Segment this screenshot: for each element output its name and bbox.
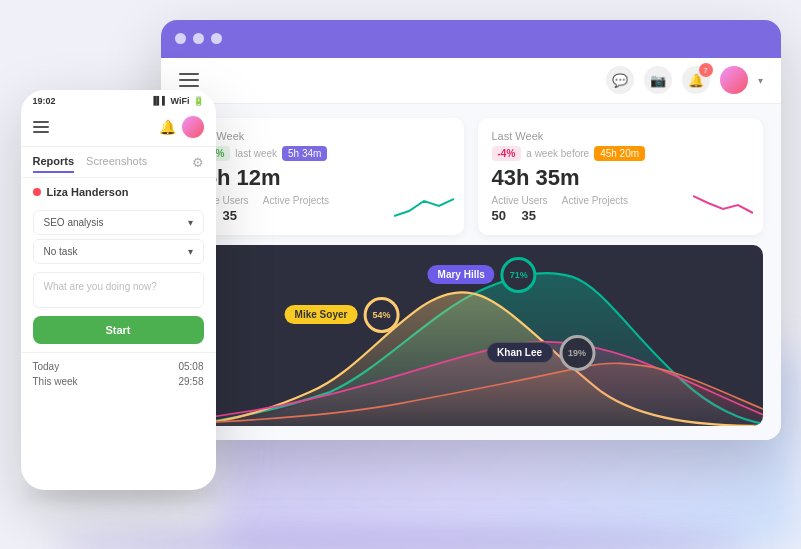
this-week-period: last week <box>235 148 277 159</box>
last-week-time: 45h 20m <box>594 146 645 161</box>
mike-soyer-label: Mike Soyer 54% <box>285 297 400 333</box>
mobile-topbar: 🔔 <box>21 112 216 147</box>
mobile-status-icons: ▐▌▌ WiFi 🔋 <box>151 96 204 106</box>
this-week-projects-label: Active Projects <box>263 195 329 206</box>
last-week-card: Last Week -4% a week before 45h 20m 43h … <box>478 118 763 235</box>
wifi-icon: WiFi <box>171 96 190 106</box>
desktop-topbar: 💬 📷 🔔 7 ▾ <box>161 58 781 104</box>
last-week-users: 50 <box>492 208 506 223</box>
mary-hills-label: Mary Hills 71% <box>428 257 537 293</box>
task-select[interactable]: No task ▾ <box>33 239 204 264</box>
start-label: Start <box>105 324 130 336</box>
stats-row: This Week +45% last week 5h 34m 35h 12m … <box>161 104 781 245</box>
scene: 💬 📷 🔔 7 ▾ This Week +45% l <box>11 10 791 540</box>
tab-reports[interactable]: Reports <box>33 155 75 173</box>
mobile-bell-icon[interactable]: 🔔 <box>159 119 176 135</box>
mary-hills-percent: 71% <box>501 257 537 293</box>
last-week-pct: -4% <box>492 146 522 161</box>
tab-screenshots[interactable]: Screenshots <box>86 155 147 173</box>
topbar-icons: 💬 📷 🔔 7 ▾ <box>606 66 763 94</box>
window-dot-1 <box>175 33 186 44</box>
task-select-value: No task <box>44 246 78 257</box>
mobile-mockup: 19:02 ▐▌▌ WiFi 🔋 🔔 Reports Screenshots ⚙ <box>21 90 216 490</box>
khan-lee-bubble: Khan Lee <box>486 342 553 363</box>
mike-soyer-bubble: Mike Soyer <box>285 305 358 324</box>
dropdown-arrow: ▾ <box>758 75 763 86</box>
mobile-user-name: Liza Handerson <box>47 186 129 198</box>
signal-icon: ▐▌▌ <box>151 96 168 105</box>
mobile-time: 19:02 <box>33 96 56 106</box>
khan-lee-label: Khan Lee 19% <box>486 335 595 371</box>
video-icon[interactable]: 📷 <box>644 66 672 94</box>
seo-select-arrow: ▾ <box>188 217 193 228</box>
last-week-label: Last Week <box>492 130 749 142</box>
last-week-projects: 35 <box>522 208 536 223</box>
week-value: 29:58 <box>178 376 203 387</box>
user-avatar[interactable] <box>720 66 748 94</box>
start-button[interactable]: Start <box>33 316 204 344</box>
activity-textarea[interactable]: What are you doing now? <box>33 272 204 308</box>
mobile-icons: 🔔 <box>159 116 204 138</box>
week-time-entry: This week 29:58 <box>33 374 204 389</box>
today-value: 05:08 <box>178 361 203 372</box>
mobile-avatar[interactable] <box>182 116 204 138</box>
seo-select[interactable]: SEO analysis ▾ <box>33 210 204 235</box>
last-week-value: 43h 35m <box>492 165 749 191</box>
mobile-tabs: Reports Screenshots ⚙ <box>21 147 216 178</box>
desktop-titlebar <box>161 20 781 58</box>
today-label: Today <box>33 361 60 372</box>
mobile-status-bar: 19:02 ▐▌▌ WiFi 🔋 <box>21 90 216 112</box>
window-dot-3 <box>211 33 222 44</box>
week-label: This week <box>33 376 78 387</box>
today-time-entry: Today 05:08 <box>33 359 204 374</box>
menu-button[interactable] <box>179 73 199 87</box>
khan-lee-percent: 19% <box>559 335 595 371</box>
this-week-chart <box>394 191 454 225</box>
this-week-value: 35h 12m <box>193 165 450 191</box>
chat-icon[interactable]: 💬 <box>606 66 634 94</box>
seo-select-value: SEO analysis <box>44 217 104 228</box>
this-week-label: This Week <box>193 130 450 142</box>
this-week-projects: 35 <box>223 208 237 223</box>
time-entries: Today 05:08 This week 29:58 <box>21 352 216 395</box>
notification-bell[interactable]: 🔔 7 <box>682 66 710 94</box>
window-dot-2 <box>193 33 204 44</box>
notification-count: 7 <box>699 63 713 77</box>
this-week-card: This Week +45% last week 5h 34m 35h 12m … <box>179 118 464 235</box>
desktop-body: 💬 📷 🔔 7 ▾ This Week +45% l <box>161 58 781 440</box>
chart-area: Mary Hills 71% Mike Soyer 54% Khan Lee 1… <box>179 245 763 426</box>
task-select-arrow: ▾ <box>188 246 193 257</box>
settings-icon[interactable]: ⚙ <box>192 155 204 173</box>
last-week-projects-label: Active Projects <box>562 195 628 206</box>
last-week-chart <box>693 191 753 225</box>
mike-soyer-percent: 54% <box>363 297 399 333</box>
desktop-mockup: 💬 📷 🔔 7 ▾ This Week +45% l <box>161 20 781 440</box>
last-week-users-label: Active Users <box>492 195 548 206</box>
mobile-user-row: Liza Handerson <box>21 178 216 206</box>
activity-placeholder: What are you doing now? <box>44 281 157 292</box>
user-status-dot <box>33 188 41 196</box>
last-week-change: -4% a week before 45h 20m <box>492 146 749 161</box>
this-week-change: +45% last week 5h 34m <box>193 146 450 161</box>
battery-icon: 🔋 <box>193 96 204 106</box>
mary-hills-bubble: Mary Hills <box>428 265 495 284</box>
mobile-menu-button[interactable] <box>33 121 49 133</box>
this-week-time: 5h 34m <box>282 146 327 161</box>
last-week-period: a week before <box>526 148 589 159</box>
